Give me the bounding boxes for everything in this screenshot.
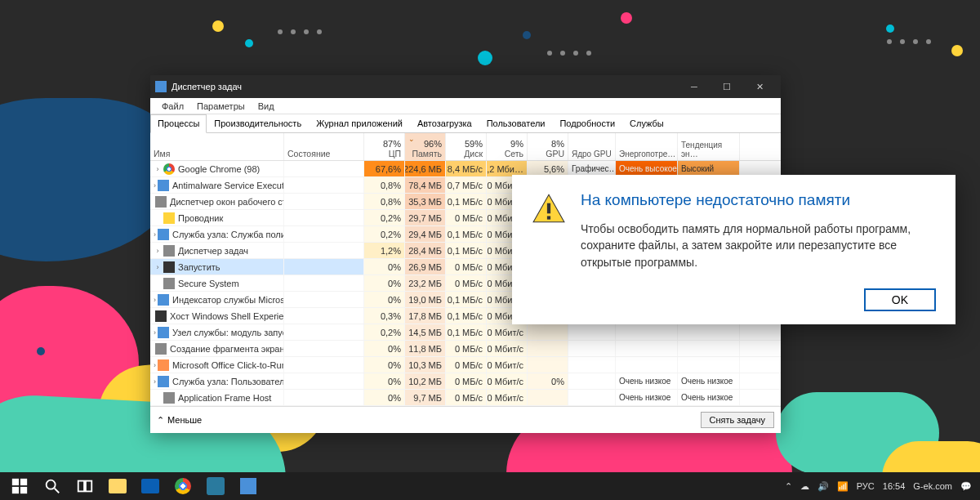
tab-startup[interactable]: Автозагрузка	[410, 114, 479, 132]
disk-cell: 0,1 МБ/с	[446, 243, 487, 258]
col-cpu[interactable]: 87%ЦП	[364, 133, 405, 160]
col-network[interactable]: 9%Сеть	[487, 133, 528, 160]
col-state[interactable]: Состояние	[284, 133, 364, 160]
maximize-button[interactable]: ☐	[710, 75, 743, 98]
chevron-up-icon: ⌃	[157, 415, 164, 426]
taskbar-app-chrome[interactable]	[167, 472, 199, 500]
tab-details[interactable]: Подробности	[552, 114, 622, 132]
tab-users[interactable]: Пользователи	[479, 114, 553, 132]
network-cell: 0 Мбит/с	[487, 324, 528, 340]
tray-wifi-icon[interactable]: 📶	[837, 481, 849, 492]
menu-options[interactable]: Параметры	[190, 101, 252, 111]
cpu-cell: 0%	[364, 390, 405, 405]
gpu-engine-cell	[568, 357, 616, 373]
network-cell: 0 Мбит/с	[487, 373, 528, 389]
process-icon	[158, 327, 169, 338]
fewer-details-toggle[interactable]: ⌃ Меньше	[157, 415, 202, 426]
expand-icon[interactable]: ›	[154, 328, 156, 337]
warning-icon	[532, 191, 566, 225]
gpu-cell	[528, 390, 568, 405]
tray-cloud-icon[interactable]: ☁	[800, 481, 809, 492]
taskview-button[interactable]	[69, 472, 101, 500]
gpu-engine-cell	[568, 341, 616, 356]
process-row[interactable]: ›Узел службы: модуль запуска …0,2%14,5 М…	[150, 324, 781, 341]
cpu-cell: 0%	[364, 357, 405, 373]
gpu-engine-cell	[568, 390, 616, 405]
process-row[interactable]: Создание фрагмента экрана0%11,8 МБ0 МБ/с…	[150, 341, 781, 357]
tab-processes[interactable]: Процессы	[150, 114, 207, 133]
dialog-title: На компьютере недостаточно памяти	[581, 191, 936, 209]
expand-icon[interactable]: ›	[154, 377, 156, 386]
taskbar-app-snagit[interactable]	[199, 472, 232, 500]
expand-icon[interactable]: ›	[154, 230, 156, 239]
col-gpu[interactable]: 8%GPU	[528, 133, 568, 160]
taskbar-app-mail[interactable]	[134, 472, 167, 500]
expand-icon[interactable]: ›	[154, 361, 156, 369]
end-task-button[interactable]: Снять задачу	[701, 412, 775, 428]
disk-cell: 0,1 МБ/с	[446, 324, 487, 340]
col-power[interactable]: Энергопотре…	[616, 133, 678, 160]
expand-icon[interactable]: ›	[154, 247, 162, 255]
col-trend[interactable]: Тенденция эн…	[678, 133, 740, 160]
expand-icon[interactable]: ›	[154, 263, 162, 271]
gpu-cell	[528, 357, 568, 373]
taskbar-app-explorer[interactable]	[101, 472, 134, 500]
taskbar-app-taskmgr[interactable]	[232, 472, 265, 500]
process-name: Secure System	[178, 279, 239, 288]
process-row[interactable]: Application Frame Host0%9,7 МБ0 МБ/с0 Мб…	[150, 390, 781, 406]
memory-cell: 3 224,6 МБ	[405, 161, 446, 176]
menu-file[interactable]: Файл	[155, 101, 190, 111]
search-button[interactable]	[36, 472, 69, 500]
process-icon	[163, 261, 175, 273]
process-name: Узел службы: модуль запуска …	[172, 328, 284, 337]
ok-button[interactable]: OK	[864, 288, 936, 311]
network-cell: 0 Мбит/с	[487, 390, 528, 405]
col-name[interactable]: Имя	[150, 133, 284, 160]
start-button[interactable]	[3, 472, 36, 500]
power-cell	[616, 324, 678, 340]
col-disk[interactable]: 59%Диск	[446, 133, 487, 160]
cpu-cell: 0,2%	[364, 226, 405, 242]
process-row[interactable]: ›Служба узла: Пользовательска…0%10,2 МБ0…	[150, 373, 781, 390]
tray-site: G-ek.com	[913, 481, 952, 491]
tab-app-history[interactable]: Журнал приложений	[309, 114, 410, 132]
cpu-cell: 67,6%	[364, 161, 405, 176]
dialog-text: Чтобы освободить память для нормальной р…	[581, 221, 936, 270]
expand-icon[interactable]: ›	[154, 296, 156, 304]
memory-cell: 78,4 МБ	[405, 177, 446, 193]
close-button[interactable]: ✕	[743, 75, 776, 98]
expand-icon[interactable]: ›	[154, 165, 162, 173]
expand-icon[interactable]: ›	[154, 181, 156, 190]
tray-notifications-icon[interactable]: 💬	[960, 481, 972, 492]
disk-cell: 0,7 МБ/с	[446, 177, 487, 193]
process-name: Microsoft Office Click-to-Run (S…	[172, 360, 284, 370]
process-name: Служба узла: Служба полити…	[172, 230, 284, 239]
tab-performance[interactable]: Производительность	[207, 114, 309, 132]
disk-cell: 0,1 МБ/с	[446, 308, 487, 324]
tray-volume-icon[interactable]: 🔊	[817, 481, 829, 492]
process-name: Antimalware Service Executable	[172, 181, 284, 190]
tab-bar: Процессы Производительность Журнал прило…	[150, 114, 781, 133]
svg-rect-3	[20, 479, 27, 485]
tray-chevron-icon[interactable]: ⌃	[785, 481, 792, 492]
network-cell: 0 Мбит/с	[487, 341, 528, 356]
col-gpu-engine[interactable]: Ядро GPU	[568, 133, 616, 160]
tab-services[interactable]: Службы	[622, 114, 671, 132]
menu-view[interactable]: Вид	[252, 101, 281, 111]
memory-cell: 9,7 МБ	[405, 390, 446, 405]
process-icon	[163, 163, 175, 175]
process-name: Проводник	[178, 213, 223, 223]
col-memory[interactable]: ⌄96%Память	[405, 133, 446, 160]
tray-time[interactable]: 16:54	[883, 481, 906, 491]
process-row[interactable]: ›Microsoft Office Click-to-Run (S…0%10,3…	[150, 357, 781, 373]
titlebar[interactable]: Диспетчер задач ─ ☐ ✕	[150, 75, 781, 98]
minimize-button[interactable]: ─	[678, 75, 710, 98]
tray-language[interactable]: РУС	[857, 481, 875, 491]
power-cell	[616, 357, 678, 373]
process-icon	[163, 245, 175, 257]
process-icon	[158, 359, 169, 371]
svg-rect-9	[86, 481, 91, 492]
window-title: Диспетчер задач	[172, 82, 678, 92]
disk-cell: 0,1 МБ/с	[446, 194, 487, 209]
cpu-cell: 0,2%	[364, 324, 405, 340]
